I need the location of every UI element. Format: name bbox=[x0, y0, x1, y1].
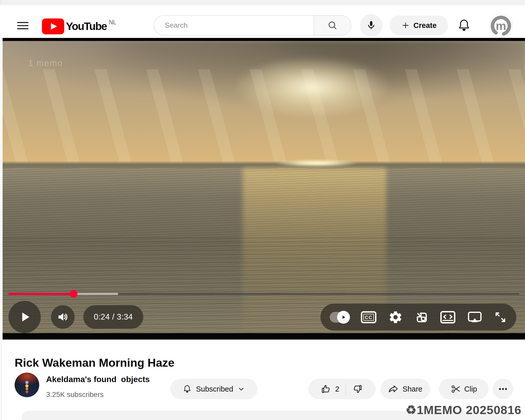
video-player[interactable]: 1 memo 0:24 / 3:34 bbox=[3, 38, 525, 340]
like-button[interactable]: 2 bbox=[314, 379, 345, 399]
voice-search-button[interactable] bbox=[360, 14, 382, 37]
subscribed-label: Subscribed bbox=[196, 385, 233, 393]
volume-button[interactable] bbox=[51, 305, 75, 329]
window-top-band bbox=[0, 0, 525, 5]
search-box bbox=[154, 15, 314, 35]
video-frame-sunset-sea: 1 memo bbox=[3, 41, 525, 333]
video-title: Rick Wakeman Morning Haze bbox=[15, 356, 174, 370]
play-button[interactable] bbox=[8, 301, 41, 333]
progress-bar[interactable] bbox=[8, 291, 519, 297]
menu-button[interactable] bbox=[15, 18, 30, 33]
subscribed-button[interactable]: Subscribed bbox=[170, 379, 257, 399]
theater-mode-button[interactable] bbox=[440, 311, 456, 324]
region-code: NL bbox=[109, 19, 116, 26]
avatar-m-logo-icon: m bbox=[490, 15, 512, 37]
like-count: 2 bbox=[335, 385, 339, 393]
miniplayer-button[interactable] bbox=[414, 310, 429, 324]
microphone-icon bbox=[366, 20, 377, 31]
chevron-down-icon bbox=[237, 385, 245, 393]
share-label: Share bbox=[402, 385, 422, 393]
youtube-watch-page: YouTube NL Create bbox=[0, 0, 525, 420]
plus-icon bbox=[401, 21, 410, 30]
hamburger-icon bbox=[15, 18, 30, 33]
account-avatar[interactable]: m bbox=[489, 14, 513, 38]
channel-avatar[interactable] bbox=[15, 373, 39, 397]
clip-label: Clip bbox=[464, 385, 477, 393]
header: YouTube NL Create bbox=[0, 5, 525, 38]
autoplay-toggle[interactable] bbox=[330, 312, 349, 323]
dislike-button[interactable] bbox=[346, 379, 370, 399]
search-input[interactable] bbox=[164, 21, 309, 30]
clip-button[interactable]: Clip bbox=[439, 379, 489, 399]
search-button[interactable] bbox=[314, 15, 351, 35]
notifications-button[interactable] bbox=[457, 17, 472, 34]
share-button[interactable]: Share bbox=[380, 379, 430, 399]
thumbs-up-icon bbox=[321, 384, 331, 394]
airplay-icon bbox=[467, 311, 482, 324]
settings-button[interactable] bbox=[388, 310, 403, 324]
time-text: 0:24 / 3:34 bbox=[94, 312, 133, 322]
window-left-edge bbox=[1, 0, 1, 420]
more-actions-button[interactable] bbox=[493, 379, 513, 399]
create-label: Create bbox=[413, 21, 437, 30]
thumbs-down-icon bbox=[352, 384, 363, 394]
gear-icon bbox=[388, 310, 403, 324]
youtube-play-badge-icon bbox=[42, 18, 64, 34]
bell-icon bbox=[457, 18, 472, 33]
time-display: 0:24 / 3:34 bbox=[83, 305, 143, 329]
autoplay-toggle-track bbox=[330, 312, 349, 323]
subtitles-button[interactable]: CC bbox=[361, 311, 377, 324]
progress-scrubber-knob[interactable] bbox=[70, 290, 77, 298]
like-dislike-bar: 2 bbox=[308, 379, 376, 399]
sun-glint bbox=[274, 159, 359, 167]
closed-captions-icon: CC bbox=[361, 311, 377, 324]
scissors-icon bbox=[450, 384, 461, 394]
subscriber-count: 3.25K subscribers bbox=[46, 391, 104, 399]
svg-text:CC: CC bbox=[365, 315, 373, 320]
channel-name[interactable]: Akeldama's found objects bbox=[46, 375, 150, 384]
expand-view-icon bbox=[440, 311, 456, 324]
svg-text:m: m bbox=[496, 19, 506, 33]
create-button[interactable]: Create bbox=[390, 15, 448, 35]
notification-bell-icon bbox=[183, 384, 192, 394]
progress-played bbox=[8, 293, 74, 295]
horizon-band bbox=[3, 161, 525, 168]
fullscreen-button[interactable] bbox=[494, 311, 507, 324]
video-corner-watermark: 1 memo bbox=[28, 58, 63, 68]
share-arrow-icon bbox=[388, 384, 399, 394]
miniplayer-icon bbox=[414, 310, 429, 324]
youtube-logo[interactable]: YouTube NL bbox=[42, 18, 116, 34]
fullscreen-icon bbox=[494, 311, 507, 324]
ellipsis-icon bbox=[498, 384, 508, 394]
player-controls-bar: CC bbox=[320, 304, 516, 331]
screenshot-watermark: ♻1MEMO 20250816 bbox=[406, 403, 521, 417]
search-icon bbox=[328, 21, 337, 30]
autoplay-toggle-knob bbox=[337, 311, 350, 324]
airplay-button[interactable] bbox=[467, 311, 482, 324]
youtube-wordmark: YouTube bbox=[66, 18, 107, 34]
play-icon bbox=[17, 310, 32, 324]
speaker-icon bbox=[57, 311, 69, 323]
